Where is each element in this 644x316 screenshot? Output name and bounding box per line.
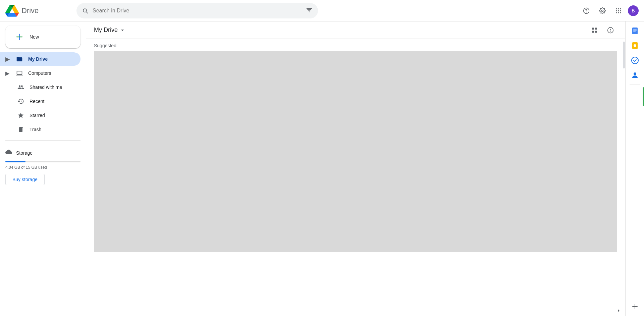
tasks-app-icon [631, 56, 639, 64]
path-label: My Drive [94, 27, 118, 34]
storage-section: Storage 4.04 GB of 15 GB used Buy storag… [0, 143, 86, 188]
apps-grid-icon [615, 7, 622, 14]
svg-point-8 [616, 12, 617, 13]
help-button[interactable] [580, 4, 593, 17]
svg-point-2 [616, 8, 617, 9]
cloud-icon [5, 149, 12, 157]
new-button-label: New [30, 34, 39, 40]
starred-icon [17, 112, 24, 119]
storage-text-label: Storage [16, 150, 33, 156]
grid-icon [591, 27, 598, 34]
storage-label: Storage [5, 149, 80, 157]
drive-logo-icon [5, 5, 19, 17]
sidebar-item-computers[interactable]: ▶ Computers [0, 66, 80, 80]
app-title: Drive [21, 6, 39, 15]
main-layout: New ▶ My Drive ▶ Computers [0, 21, 644, 316]
expand-icon: ▶ [5, 56, 9, 62]
svg-point-3 [618, 8, 619, 9]
new-button[interactable]: New [5, 25, 80, 48]
docs-app-icon [631, 27, 639, 35]
svg-rect-17 [633, 31, 637, 31]
svg-point-9 [618, 12, 619, 13]
right-panel-divider [630, 85, 640, 85]
sidebar-item-my-drive[interactable]: ▶ My Drive [0, 52, 80, 66]
svg-point-1 [602, 10, 603, 11]
breadcrumb[interactable]: My Drive [94, 27, 126, 34]
svg-point-22 [634, 72, 636, 75]
active-panel-indicator [643, 87, 644, 106]
help-icon [583, 7, 590, 14]
sidebar-item-label: Recent [30, 99, 44, 104]
apps-button[interactable] [612, 4, 625, 17]
trash-icon [17, 126, 24, 133]
sidebar-item-recent[interactable]: Recent [0, 95, 80, 108]
chevron-right-icon [616, 308, 621, 313]
sidebar-item-starred[interactable]: Starred [0, 109, 80, 122]
right-panel-contacts-icon[interactable] [628, 68, 642, 82]
svg-point-4 [620, 8, 621, 9]
search-input[interactable] [93, 8, 302, 14]
chevron-down-icon [119, 27, 126, 34]
content-header: My Drive [86, 21, 625, 39]
user-avatar[interactable]: B [628, 5, 639, 16]
content-area: My Drive [86, 21, 625, 316]
content-main-area [94, 51, 617, 252]
info-button[interactable] [604, 23, 617, 37]
storage-bar-fill [5, 161, 25, 162]
info-icon [607, 27, 614, 34]
storage-used-text: 4.04 GB of 15 GB used [5, 165, 80, 170]
svg-point-6 [618, 10, 619, 11]
svg-point-21 [632, 57, 638, 64]
my-drive-icon [16, 56, 23, 62]
buy-storage-button[interactable]: Buy storage [5, 174, 45, 185]
right-panel-add-button[interactable] [628, 300, 642, 313]
right-panel-docs-icon[interactable] [628, 24, 642, 38]
contacts-app-icon [631, 71, 639, 79]
keep-app-icon [631, 42, 639, 50]
app-header: Drive B [0, 0, 644, 21]
search-filter-icon[interactable] [306, 7, 313, 14]
computers-icon [16, 70, 23, 76]
sidebar-item-label: Trash [30, 127, 41, 132]
new-plus-icon [13, 31, 25, 43]
add-icon [631, 303, 639, 311]
storage-bar [5, 161, 80, 162]
scrollbar[interactable] [623, 39, 625, 305]
recent-icon [17, 98, 24, 105]
shared-icon [17, 84, 24, 91]
svg-point-10 [620, 12, 621, 13]
right-panel [625, 21, 644, 316]
content-actions [588, 23, 617, 37]
sidebar-divider [5, 140, 80, 141]
sidebar-item-label: Computers [28, 70, 51, 76]
settings-button[interactable] [596, 4, 609, 17]
settings-icon [599, 7, 606, 14]
svg-point-5 [616, 10, 617, 11]
sidebar-item-shared-with-me[interactable]: Shared with me [0, 81, 80, 94]
sidebar: New ▶ My Drive ▶ Computers [0, 21, 86, 316]
sidebar-navigation: ▶ My Drive ▶ Computers Share [0, 51, 86, 138]
sidebar-item-label: My Drive [28, 56, 48, 62]
expand-icon: ▶ [5, 70, 9, 76]
right-panel-tasks-icon[interactable] [628, 54, 642, 67]
grid-view-button[interactable] [588, 23, 601, 37]
svg-rect-18 [633, 32, 636, 32]
content-body: Suggested [86, 39, 625, 305]
svg-rect-16 [633, 30, 637, 30]
bottom-expand-panel[interactable] [86, 305, 625, 316]
plus-icon [13, 31, 25, 43]
right-panel-keep-icon[interactable] [628, 39, 642, 52]
suggested-label: Suggested [86, 39, 625, 51]
svg-point-20 [634, 44, 636, 47]
sidebar-item-label: Starred [30, 113, 45, 118]
logo-area[interactable]: Drive [5, 5, 72, 17]
search-icon [82, 7, 89, 14]
scroll-thumb[interactable] [623, 42, 625, 68]
sidebar-item-label: Shared with me [30, 85, 62, 90]
search-bar[interactable] [76, 3, 318, 18]
sidebar-item-trash[interactable]: Trash [0, 123, 80, 136]
svg-point-7 [620, 10, 621, 11]
header-actions: B [580, 4, 639, 17]
